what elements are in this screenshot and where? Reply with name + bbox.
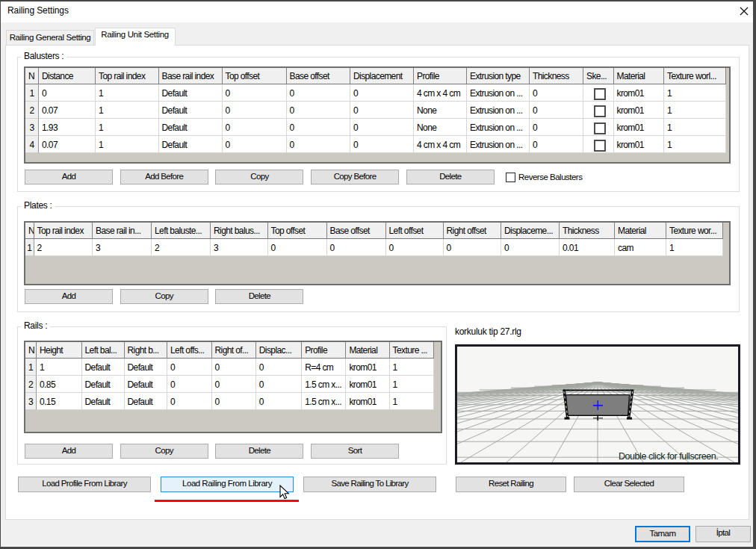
- svg-text:Double click for fullscreen.: Double click for fullscreen.: [619, 451, 718, 462]
